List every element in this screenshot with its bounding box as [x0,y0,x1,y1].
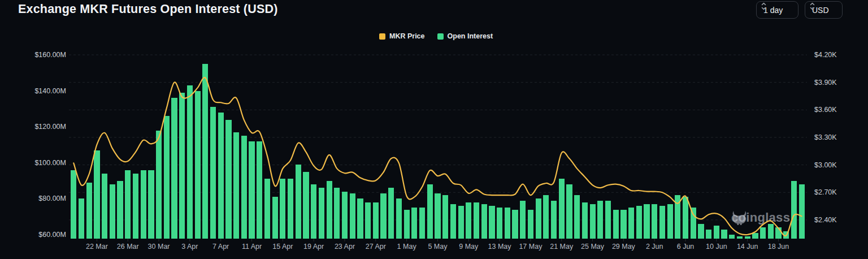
open-interest-bar[interactable] [543,195,549,239]
open-interest-bar[interactable] [714,226,719,239]
open-interest-bar[interactable] [613,210,619,239]
open-interest-bar[interactable] [481,204,487,239]
open-interest-bar[interactable] [698,224,704,239]
open-interest-bar[interactable] [179,93,185,239]
open-interest-bar[interactable] [691,208,696,239]
open-interest-bar[interactable] [551,201,557,239]
open-interest-bar[interactable] [233,132,239,239]
open-interest-bar[interactable] [272,197,278,239]
open-interest-bar[interactable] [210,107,216,239]
open-interest-bar[interactable] [303,172,309,239]
open-interest-bar[interactable] [435,193,440,239]
open-interest-bar[interactable] [458,206,464,239]
open-interest-bar[interactable] [202,64,208,239]
open-interest-bar[interactable] [396,198,402,239]
open-interest-bar[interactable] [327,181,332,239]
open-interest-bar[interactable] [675,195,680,239]
open-interest-bar[interactable] [536,198,541,239]
open-interest-bar[interactable] [760,227,766,239]
open-interest-bar[interactable] [125,170,131,239]
open-interest-bar[interactable] [528,210,533,239]
open-interest-bar[interactable] [257,141,262,239]
open-interest-bar[interactable] [590,204,596,239]
open-interest-bar[interactable] [729,235,735,239]
open-interest-bar[interactable] [148,170,154,239]
open-interest-bar[interactable] [574,195,580,239]
open-interest-bar[interactable] [156,131,162,239]
open-interest-bar[interactable] [342,192,348,239]
open-interest-bar[interactable] [380,193,386,239]
open-interest-bar[interactable] [404,210,410,239]
chart-panel: Exchange MKR Futures Open Interest (USD)… [0,0,868,259]
open-interest-bar[interactable] [94,150,99,239]
open-interest-bar[interactable] [706,230,711,239]
open-interest-bar[interactable] [497,208,502,239]
open-interest-bar[interactable] [466,202,471,239]
open-interest-bar[interactable] [195,91,201,239]
open-interest-bar[interactable] [489,206,494,239]
open-interest-bar[interactable] [474,202,479,239]
open-interest-bar[interactable] [357,198,363,239]
open-interest-bar[interactable] [752,233,758,239]
open-interest-bar[interactable] [566,184,572,239]
open-interest-bar[interactable] [249,141,254,239]
open-interest-bar[interactable] [350,193,355,239]
open-interest-bar[interactable] [264,179,270,239]
open-interest-bar[interactable] [450,204,456,239]
open-interest-bar[interactable] [79,198,84,239]
open-interest-bar[interactable] [775,227,781,239]
open-interest-bar[interactable] [659,206,665,239]
open-interest-bar[interactable] [799,184,805,239]
open-interest-bar[interactable] [164,116,170,239]
open-interest-bar[interactable] [388,188,394,239]
open-interest-bar[interactable] [71,170,76,239]
open-interest-bar[interactable] [171,98,177,239]
open-interest-bar[interactable] [520,201,526,239]
open-interest-bar[interactable] [117,181,123,239]
open-interest-bar[interactable] [636,206,642,239]
open-interest-bar[interactable] [319,188,324,239]
open-interest-bar[interactable] [721,230,727,239]
open-interest-bar[interactable] [620,210,626,239]
open-interest-bar[interactable] [373,202,379,239]
open-interest-bar[interactable] [334,188,340,239]
open-interest-bar[interactable] [133,174,138,239]
open-interest-bar[interactable] [241,136,247,239]
open-interest-bar[interactable] [311,184,316,239]
open-interest-bar[interactable] [582,202,588,239]
open-interest-bar[interactable] [442,195,448,239]
open-interest-bar[interactable] [791,181,797,239]
open-interest-bar[interactable] [419,208,425,239]
open-interest-bar[interactable] [644,204,649,239]
chart-plot-area[interactable] [0,0,868,259]
open-interest-bar[interactable] [737,236,743,239]
open-interest-bar[interactable] [218,113,224,239]
open-interest-bar[interactable] [559,179,565,239]
open-interest-bar[interactable] [427,184,433,239]
open-interest-bar[interactable] [225,120,231,239]
open-interest-bar[interactable] [280,179,285,239]
open-interest-bar[interactable] [597,201,603,239]
open-interest-bar[interactable] [86,183,92,239]
open-interest-bar[interactable] [683,197,688,239]
open-interest-bar[interactable] [512,210,518,239]
open-interest-bar[interactable] [141,170,146,239]
open-interest-bar[interactable] [411,208,417,239]
open-interest-bar[interactable] [745,236,750,239]
open-interest-bar[interactable] [628,208,634,239]
open-interest-bar[interactable] [296,165,301,239]
open-interest-bar[interactable] [110,184,115,239]
open-interest-bar[interactable] [187,85,193,239]
open-interest-bar[interactable] [505,208,510,239]
open-interest-bar[interactable] [605,201,611,239]
open-interest-bar[interactable] [783,231,789,239]
open-interest-bar[interactable] [288,179,293,239]
open-interest-bar[interactable] [768,224,774,239]
open-interest-bar[interactable] [667,204,673,239]
open-interest-bar[interactable] [102,174,107,239]
open-interest-bar[interactable] [652,204,657,239]
open-interest-bar[interactable] [365,202,371,239]
